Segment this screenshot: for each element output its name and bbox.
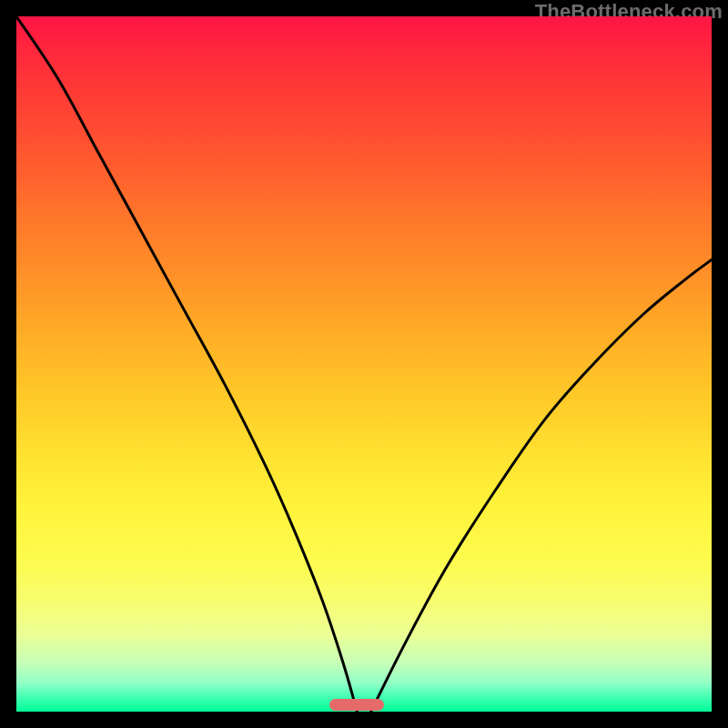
right-branch-path: [371, 259, 712, 712]
valley-marker: [329, 699, 384, 711]
left-branch-path: [16, 16, 357, 712]
plot-area: [16, 16, 712, 712]
curve-layer: [16, 16, 712, 712]
chart-frame: TheBottleneck.com: [0, 0, 728, 728]
